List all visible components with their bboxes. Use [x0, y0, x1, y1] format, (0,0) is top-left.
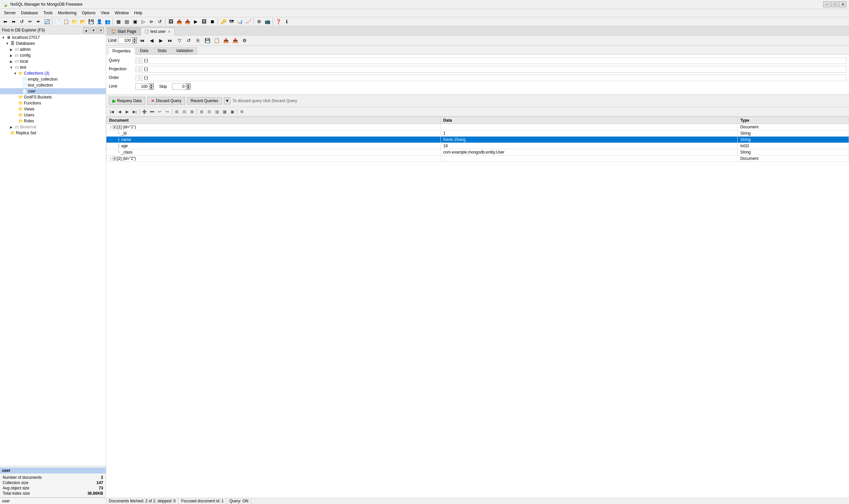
col-header-data[interactable]: Data	[440, 117, 738, 124]
toolbar-btn-info[interactable]: ℹ	[283, 18, 290, 25]
prop-limit-up[interactable]: ▲	[149, 84, 153, 87]
sub-tab-properties[interactable]: Properties	[108, 48, 135, 55]
dt-redo[interactable]: ↪	[163, 108, 171, 115]
sub-tab-validation[interactable]: Validation	[171, 47, 197, 54]
tree-item-admin[interactable]: ▶ 🗃 admin	[0, 47, 106, 52]
tree-item-config[interactable]: ▶ 🗃 config	[0, 52, 106, 58]
expand-row1[interactable]: +	[113, 125, 117, 129]
toolbar-btn-12[interactable]: ▣	[131, 18, 139, 25]
table-row[interactable]: ├ + [1] (id="1") Document	[106, 124, 849, 130]
limit-up[interactable]: ▲	[132, 37, 137, 40]
minimize-button[interactable]: ─	[823, 1, 830, 7]
discard-button[interactable]: ✕ Discard Query	[147, 97, 185, 105]
expand-external[interactable]: ▶	[9, 125, 13, 129]
db-explorer-close[interactable]: ✕	[98, 27, 104, 33]
prop-skip-spinbox[interactable]: ▲ ▼	[186, 84, 191, 90]
toolbar-btn-edit2[interactable]: ✒	[35, 18, 42, 25]
tree-item-functions[interactable]: 📁 Functions	[0, 100, 106, 106]
settings-qt-btn[interactable]: ⚙	[240, 37, 248, 44]
toolbar-btn-export[interactable]: 📤	[175, 18, 183, 25]
menu-options[interactable]: Options	[79, 10, 98, 16]
tree-item-local[interactable]: ▶ 🗃 local	[0, 58, 106, 64]
toolbar-btn-users[interactable]: 👤	[95, 18, 103, 25]
nav-prev-btn[interactable]: ◀	[148, 37, 156, 44]
refresh-btn[interactable]: ↺	[185, 37, 193, 44]
dt-view1[interactable]: ▤	[213, 108, 220, 115]
expand-admin[interactable]: ▶	[9, 48, 13, 51]
toolbar-btn-refresh[interactable]: 🔄	[43, 18, 51, 25]
expand-databases[interactable]: ▼	[5, 41, 9, 46]
table-row-selected[interactable]: ├ name Kevin Zhang String	[106, 137, 849, 143]
toolbar-btn-10[interactable]: ▦	[114, 18, 122, 25]
table-row[interactable]: ├ + [2] (id="2") Document	[106, 156, 849, 162]
dt-remove[interactable]: ➖	[148, 108, 156, 115]
prop-skip-input[interactable]	[173, 84, 186, 90]
nav-first-btn[interactable]: ⏮	[138, 37, 146, 44]
db-explorer-down[interactable]: ▼	[91, 27, 96, 33]
dt-undo[interactable]: ↩	[156, 108, 163, 115]
menu-help[interactable]: Help	[132, 10, 145, 16]
expand-config[interactable]: ▶	[9, 53, 13, 57]
toolbar-btn-13[interactable]: ▷	[139, 18, 147, 25]
col-header-type[interactable]: Type	[738, 117, 849, 124]
menu-window[interactable]: Window	[112, 10, 132, 16]
tree-item-users[interactable]: 📁 Users	[0, 112, 106, 118]
sub-tab-stats[interactable]: Stats	[153, 47, 171, 54]
expand-test[interactable]: ▼	[9, 65, 13, 69]
prop-limit-down[interactable]: ▼	[149, 87, 153, 90]
dt-view3[interactable]: ▣	[229, 108, 236, 115]
menu-view[interactable]: View	[98, 10, 112, 16]
menu-server[interactable]: Server	[1, 10, 18, 16]
toolbar-btn-img[interactable]: 🖼	[167, 18, 175, 25]
prop-skip-down[interactable]: ▼	[186, 87, 191, 90]
toolbar-btn-14[interactable]: ⊳	[148, 18, 156, 25]
nav-next-btn[interactable]: ▶	[157, 37, 165, 44]
save-btn[interactable]: 💾	[203, 37, 211, 44]
col-header-document[interactable]: Document	[106, 117, 441, 124]
toolbar-btn-17[interactable]: 🗺	[228, 18, 235, 25]
nav-last-btn[interactable]: ⏭	[166, 37, 174, 44]
dt-next[interactable]: ▶	[123, 108, 131, 115]
toolbar-btn-15[interactable]: ↺	[156, 18, 164, 25]
dt-filter3[interactable]: ⊠	[188, 108, 196, 115]
toolbar-btn-2[interactable]: ➡	[10, 18, 18, 25]
dt-filter2[interactable]: ⊟	[181, 108, 188, 115]
toolbar-btn-import[interactable]: 📥	[183, 18, 191, 25]
sub-tab-data[interactable]: Data	[136, 47, 152, 54]
tree-item-external[interactable]: ▶ 🗃 $external	[0, 124, 106, 130]
dt-filter1[interactable]: ⊞	[173, 108, 180, 115]
dt-settings[interactable]: ⚙	[238, 108, 246, 115]
toolbar-btn-9[interactable]: 💾	[87, 18, 95, 25]
expand-row2[interactable]: +	[113, 157, 117, 161]
db-explorer-up[interactable]: ▲	[83, 27, 89, 33]
import-btn[interactable]: 📥	[231, 37, 239, 44]
limit-spinbox[interactable]: ▲ ▼	[132, 37, 137, 43]
limit-input[interactable]	[119, 37, 132, 43]
toolbar-btn-8[interactable]: 📂	[78, 18, 87, 25]
table-row[interactable]: ├ age 18 Int32	[106, 143, 849, 149]
table-row[interactable]: └ _class com.example.mongodb.entity.User…	[106, 149, 849, 156]
tree-item-localhost[interactable]: ▼ 🖥 localhost:27017	[0, 35, 106, 40]
toolbar-btn-settings[interactable]: ⚙	[255, 18, 263, 25]
recent-queries-dropdown[interactable]: ▼	[224, 97, 231, 105]
maximize-button[interactable]: □	[831, 1, 838, 7]
toolbar-btn-6[interactable]: 📋	[62, 18, 70, 25]
paste-btn[interactable]: 📋	[213, 37, 220, 44]
toolbar-btn-3[interactable]: ↺	[18, 18, 26, 25]
dt-expand[interactable]: ⊞	[198, 108, 205, 115]
tree-item-databases[interactable]: ▼ 🗄 Databases	[0, 40, 106, 47]
dt-last[interactable]: ▶|	[131, 108, 138, 115]
tab-test-user[interactable]: 📋 test.user ✕	[141, 28, 175, 35]
tree-item-roles[interactable]: 📁 Roles	[0, 118, 106, 124]
tree-item-collections[interactable]: ▼ 📁 Collections (3)	[0, 70, 106, 76]
toolbar-btn-11[interactable]: ▤	[123, 18, 131, 25]
prop-limit-input[interactable]	[136, 84, 149, 90]
toolbar-btn-play[interactable]: ▶	[192, 18, 200, 25]
recent-queries-button[interactable]: Recent Queries	[187, 97, 222, 105]
toolbar-btn-16[interactable]: 🔑	[219, 18, 227, 25]
toolbar-btn-7[interactable]: 📁	[70, 18, 78, 25]
toolbar-btn-5[interactable]: 📄	[54, 18, 62, 25]
toolbar-btn-users2[interactable]: 👥	[104, 18, 111, 25]
dt-prev[interactable]: ◀	[116, 108, 123, 115]
expand-localhost[interactable]: ▼	[1, 35, 5, 39]
